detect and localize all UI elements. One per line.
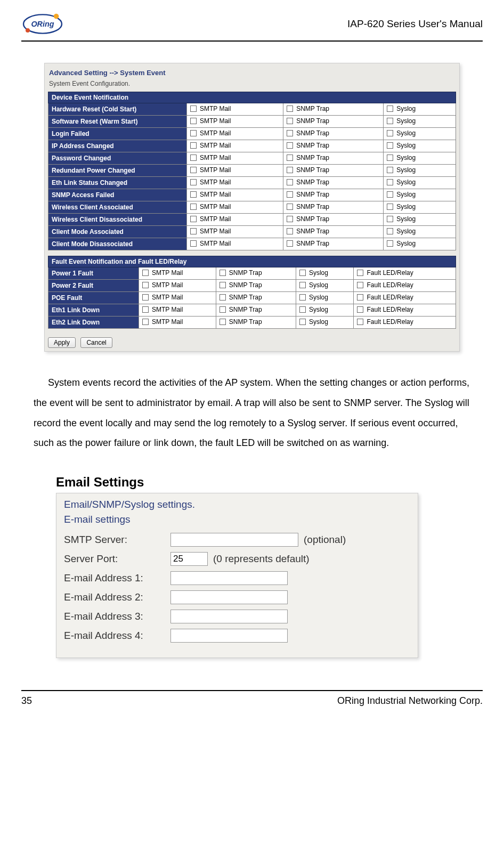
- email2-input[interactable]: [170, 590, 288, 604]
- header-title: IAP-620 Series User's Manual: [347, 18, 483, 30]
- checkbox[interactable]: [387, 228, 393, 234]
- checkbox-cell: Syslog: [296, 317, 353, 329]
- checkbox-label: Syslog: [396, 154, 416, 161]
- smtp-note: (optional): [304, 534, 346, 546]
- checkbox-label: SNMP Trap: [296, 191, 329, 198]
- checkbox-label: SNMP Trap: [296, 117, 329, 125]
- checkbox[interactable]: [287, 118, 293, 124]
- email3-input[interactable]: [170, 610, 288, 623]
- checkbox[interactable]: [357, 306, 363, 313]
- checkbox[interactable]: [190, 216, 197, 222]
- checkbox-cell: Syslog: [296, 292, 353, 304]
- checkbox[interactable]: [190, 130, 197, 136]
- checkbox[interactable]: [387, 106, 393, 112]
- page-footer: 35 ORing Industrial Networking Corp.: [21, 690, 483, 707]
- checkbox[interactable]: [287, 155, 293, 161]
- smtp-row: SMTP Server: (optional): [64, 533, 410, 547]
- fault-label: Power 2 Fault: [48, 280, 139, 292]
- checkbox[interactable]: [387, 216, 393, 222]
- checkbox-cell: SMTP Mail: [187, 103, 283, 116]
- event-label: Password Changed: [48, 152, 187, 165]
- checkbox[interactable]: [387, 118, 393, 124]
- checkbox[interactable]: [142, 319, 149, 325]
- checkbox-label: SNMP Trap: [296, 105, 329, 112]
- checkbox-label: Syslog: [396, 191, 416, 198]
- checkbox[interactable]: [142, 306, 149, 313]
- smtp-input[interactable]: [170, 533, 298, 547]
- checkbox[interactable]: [387, 142, 393, 149]
- checkbox[interactable]: [357, 319, 363, 325]
- table-row: Power 2 FaultSMTP MailSNMP TrapSyslogFau…: [48, 280, 456, 292]
- checkbox[interactable]: [287, 216, 293, 222]
- checkbox-label: Syslog: [396, 117, 416, 125]
- checkbox-cell: SNMP Trap: [283, 214, 384, 226]
- fault-label: Eth1 Link Down: [48, 304, 139, 317]
- table-row: SNMP Access FailedSMTP MailSNMP TrapSysl…: [48, 189, 456, 201]
- checkbox-label: SNMP Trap: [229, 269, 262, 277]
- checkbox[interactable]: [142, 294, 149, 301]
- checkbox[interactable]: [287, 142, 293, 149]
- checkbox[interactable]: [387, 130, 393, 136]
- checkbox[interactable]: [287, 191, 293, 198]
- checkbox-label: Syslog: [396, 142, 416, 149]
- checkbox[interactable]: [220, 306, 226, 313]
- checkbox[interactable]: [190, 191, 197, 198]
- page-header: ORing IAP-620 Series User's Manual: [21, 11, 483, 42]
- email4-input[interactable]: [170, 629, 288, 643]
- fault-label: Power 1 Fault: [48, 267, 139, 280]
- checkbox[interactable]: [190, 228, 197, 234]
- checkbox[interactable]: [190, 167, 197, 173]
- checkbox-label: Syslog: [396, 166, 416, 174]
- checkbox[interactable]: [142, 270, 149, 276]
- checkbox[interactable]: [220, 319, 226, 325]
- table-row: Login FailedSMTP MailSNMP TrapSyslog: [48, 128, 456, 140]
- checkbox-label: SMTP Mail: [200, 142, 231, 149]
- checkbox[interactable]: [387, 179, 393, 185]
- checkbox[interactable]: [287, 240, 293, 247]
- checkbox[interactable]: [287, 167, 293, 173]
- checkbox[interactable]: [299, 270, 306, 276]
- checkbox-label: SNMP Trap: [296, 215, 329, 223]
- checkbox[interactable]: [287, 228, 293, 234]
- checkbox[interactable]: [387, 191, 393, 198]
- checkbox[interactable]: [387, 167, 393, 173]
- checkbox[interactable]: [190, 240, 197, 247]
- checkbox[interactable]: [387, 240, 393, 247]
- checkbox[interactable]: [387, 204, 393, 210]
- checkbox[interactable]: [142, 282, 149, 288]
- checkbox-cell: Syslog: [384, 116, 456, 128]
- checkbox[interactable]: [299, 282, 306, 288]
- checkbox[interactable]: [357, 282, 363, 288]
- checkbox[interactable]: [190, 155, 197, 161]
- checkbox[interactable]: [220, 282, 226, 288]
- checkbox[interactable]: [287, 106, 293, 112]
- cancel-button[interactable]: Cancel: [80, 337, 112, 348]
- checkbox[interactable]: [190, 106, 197, 112]
- svg-point-1: [54, 14, 59, 19]
- checkbox[interactable]: [190, 142, 197, 149]
- checkbox[interactable]: [299, 306, 306, 313]
- checkbox[interactable]: [357, 270, 363, 276]
- checkbox[interactable]: [220, 294, 226, 301]
- checkbox[interactable]: [287, 204, 293, 210]
- checkbox[interactable]: [190, 179, 197, 185]
- table-row: Wireless Client DisassociatedSMTP MailSN…: [48, 214, 456, 226]
- checkbox-cell: SNMP Trap: [216, 292, 296, 304]
- checkbox-cell: SMTP Mail: [187, 177, 283, 189]
- checkbox[interactable]: [287, 179, 293, 185]
- checkbox[interactable]: [357, 294, 363, 301]
- email1-input[interactable]: [170, 571, 288, 585]
- checkbox[interactable]: [190, 204, 197, 210]
- checkbox[interactable]: [299, 319, 306, 325]
- checkbox[interactable]: [220, 270, 226, 276]
- apply-button[interactable]: Apply: [48, 337, 76, 348]
- description-paragraph: System events record the activities of t…: [34, 373, 470, 453]
- checkbox-cell: SNMP Trap: [283, 177, 384, 189]
- checkbox[interactable]: [299, 294, 306, 301]
- checkbox[interactable]: [190, 118, 197, 124]
- checkbox[interactable]: [387, 155, 393, 161]
- checkbox-cell: SMTP Mail: [187, 226, 283, 238]
- checkbox-label: SNMP Trap: [296, 203, 329, 210]
- port-input[interactable]: [170, 552, 208, 566]
- checkbox[interactable]: [287, 130, 293, 136]
